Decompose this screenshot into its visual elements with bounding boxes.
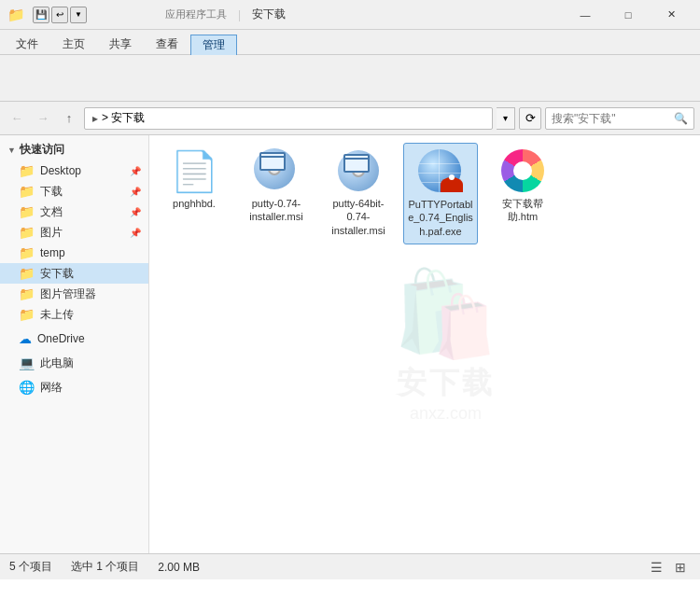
sidebar-item-label: temp	[40, 246, 65, 259]
sidebar-item-temp[interactable]: 📁 temp	[0, 243, 148, 263]
sidebar-item-documents[interactable]: 📁 文档 📌	[0, 202, 148, 222]
folder-icon: 📁	[19, 245, 35, 260]
tab-file[interactable]: 文件	[4, 34, 50, 54]
sidebar-quick-access-header[interactable]: ▼ 快速访问	[0, 139, 148, 160]
file-name: pnghhbd.	[173, 197, 216, 210]
sidebar-section-thispc: 💻 此电脑	[0, 353, 148, 373]
monitor-line	[345, 158, 368, 160]
sidebar-item-label: 安下载	[40, 266, 74, 282]
pin-icon: 📌	[130, 166, 141, 176]
folder-icon: 📁	[19, 266, 35, 281]
file-icon: 📄	[172, 148, 217, 193]
watermark-text: 安下载	[397, 363, 495, 404]
file-item-putty-portable[interactable]: PuTTYPortable_0.74_English.paf.exe	[403, 143, 478, 244]
cloud-icon: ☁	[19, 331, 32, 346]
sidebar-item-label: 此电脑	[40, 355, 74, 371]
forward-button[interactable]: →	[32, 107, 54, 130]
status-count: 5 个项目	[9, 559, 52, 575]
window-controls: — □ ✕	[564, 0, 693, 30]
address-path: > 安下载	[102, 110, 145, 126]
status-size: 2.00 MB	[158, 561, 200, 574]
sidebar-item-downloads[interactable]: 📁 下载 📌	[0, 181, 148, 202]
hat-pom	[449, 174, 455, 180]
sidebar-item-label: 图片	[40, 225, 63, 241]
download-tab-title: 安下载	[252, 7, 286, 22]
separator: |	[238, 8, 241, 21]
tab-manage[interactable]: 管理	[190, 35, 237, 55]
file-item-help-htm[interactable]: 安下载帮助.htm	[485, 143, 560, 230]
meridian	[439, 149, 440, 192]
sidebar-item-not-uploaded[interactable]: 📁 未上传	[0, 304, 148, 325]
lat-line1	[418, 163, 461, 164]
grid-view-button[interactable]: ⊞	[670, 557, 691, 578]
pin-icon: 📌	[130, 207, 141, 217]
lat-line2	[418, 173, 461, 174]
sidebar-item-thispc[interactable]: 💻 此电脑	[0, 353, 148, 373]
ribbon-tab-bar: 文件 主页 共享 查看 管理	[0, 30, 700, 54]
sidebar-item-picture-manager[interactable]: 📁 图片管理器	[0, 284, 148, 304]
monitor-frame	[343, 154, 370, 173]
file-name: putty-64bit-0.74-installer.msi	[325, 197, 392, 237]
file-icon	[336, 148, 381, 193]
title-bar: 📁 💾 ↩ ▼ 应用程序工具 | 安下载 — □ ✕	[0, 0, 700, 30]
close-button[interactable]: ✕	[650, 0, 693, 30]
computer-icon: 💻	[19, 355, 35, 370]
refresh-button[interactable]: ⟳	[519, 107, 541, 130]
file-item-putty-installer[interactable]: putty-0.74-installer.msi	[239, 143, 314, 230]
sidebar-item-desktop[interactable]: 📁 Desktop 📌	[0, 160, 148, 181]
sidebar-item-pictures[interactable]: 📁 图片 📌	[0, 222, 148, 243]
putty-portable-icon	[418, 149, 463, 194]
status-selected: 选中 1 个项目	[71, 559, 139, 575]
search-field[interactable]: 🔍	[545, 107, 694, 130]
dropdown-btn[interactable]: ▼	[70, 7, 87, 23]
monitor-line	[261, 156, 284, 158]
list-view-button[interactable]: ☰	[646, 557, 666, 578]
quick-access-toolbar: 💾 ↩ ▼	[33, 7, 87, 23]
save-btn[interactable]: 💾	[33, 7, 49, 23]
file-name: 安下载帮助.htm	[489, 197, 556, 224]
tab-home[interactable]: 主页	[50, 34, 97, 54]
undo-btn[interactable]: ↩	[51, 7, 68, 23]
watermark: 🛍️ 安下载 anxz.com	[393, 265, 497, 424]
monitor-frame	[259, 152, 286, 171]
ribbon-content	[0, 54, 700, 101]
folder-icon: 📁	[19, 204, 35, 219]
search-input[interactable]	[552, 112, 670, 125]
path-prefix: ▸	[92, 112, 98, 125]
sidebar-item-onedrive[interactable]: ☁ OneDrive	[0, 328, 148, 349]
colorful-circle-icon	[501, 149, 544, 192]
tab-share[interactable]: 共享	[97, 34, 144, 54]
folder-icon: 📁	[19, 286, 35, 301]
generic-file-icon: 📄	[170, 148, 218, 194]
file-item-putty-64bit[interactable]: putty-64bit-0.74-installer.msi	[321, 143, 396, 243]
sidebar-item-anxiazai[interactable]: 📁 安下载	[0, 263, 148, 284]
folder-icon: 📁	[19, 307, 35, 322]
search-icon: 🔍	[674, 112, 688, 125]
quick-access-label: 快速访问	[20, 142, 64, 158]
title-bar-left: 📁 💾 ↩ ▼ 应用程序工具 | 安下载	[7, 7, 564, 23]
folder-icon: 📁	[19, 163, 35, 178]
address-dropdown[interactable]: ▾	[497, 107, 515, 130]
sidebar-item-label: 下载	[40, 184, 63, 200]
minimize-button[interactable]: —	[564, 0, 607, 30]
disk-icon-64	[338, 150, 379, 191]
sidebar-item-label: 未上传	[40, 307, 74, 323]
address-field[interactable]: ▸ > 安下载	[84, 107, 493, 130]
back-button[interactable]: ←	[6, 107, 28, 130]
sidebar-item-network[interactable]: 🌐 网络	[0, 377, 148, 397]
file-item-pnghhbd[interactable]: 📄 pnghhbd.	[157, 143, 231, 216]
maximize-button[interactable]: □	[607, 0, 650, 30]
ribbon: 文件 主页 共享 查看 管理	[0, 30, 700, 102]
file-icon	[254, 148, 299, 193]
folder-icon: 📁	[19, 225, 35, 240]
network-icon: 🌐	[19, 380, 35, 395]
file-area[interactable]: 🛍️ 安下载 anxz.com 📄 pnghhbd.	[149, 135, 700, 553]
view-controls: ☰ ⊞	[646, 557, 691, 578]
up-button[interactable]: ↑	[58, 107, 80, 130]
watermark-sub: anxz.com	[410, 404, 482, 424]
sidebar-item-label: OneDrive	[37, 332, 85, 345]
sidebar-item-label: 文档	[40, 204, 63, 220]
pin-icon: 📌	[130, 228, 141, 238]
files-grid: 📄 pnghhbd.	[157, 143, 693, 244]
tab-view[interactable]: 查看	[144, 34, 190, 54]
